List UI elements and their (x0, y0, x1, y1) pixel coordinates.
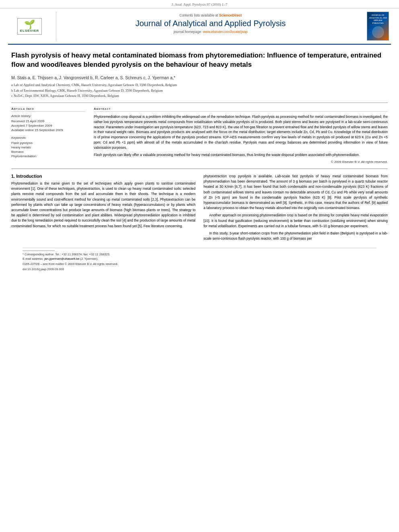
email-suffix: (J. Yperman). (80, 257, 99, 261)
journal-citation: J. Anal. Appl. Pyrolysis 87 (2010) 1–7 (8, 2, 391, 6)
corresponding-author-note: * Corresponding author. Tel.: +32 11 268… (23, 253, 376, 256)
cover-graphic (372, 26, 384, 38)
elsevier-logo-area: 🌱 ELSEVIER (8, 12, 56, 41)
article-body: Flash pyrolysis of heavy metal contamina… (0, 45, 399, 277)
article-history-label: Article history: (11, 114, 86, 118)
article-info-column: Article Info Article history: Received 1… (11, 107, 86, 164)
main-left-column: 1. Introduction Phytoremediation is the … (11, 174, 195, 244)
sciencedirect-line: Contents lists available at ScienceDirec… (61, 13, 360, 17)
sciencedirect-link[interactable]: ScienceDirect (219, 13, 242, 17)
top-banner: 🌱 ELSEVIER Contents lists available at S… (8, 8, 391, 45)
main-content-columns: 1. Introduction Phytoremediation is the … (11, 174, 388, 244)
journal-header: J. Anal. Appl. Pyrolysis 87 (2010) 1–7 (0, 0, 399, 8)
abstract-column: Abstract Phytoremediation crop disposal … (94, 107, 388, 164)
journal-cover-thumbnail: JOURNAL OFANALYTICAL ANDAPPLIED PYROLYSI… (365, 12, 391, 41)
article-info-abstract-columns: Article Info Article history: Received 1… (11, 107, 388, 164)
issn-text: 0165-2370/$ – see front matter © 2009 El… (23, 262, 118, 266)
sciencedirect-prefix: Contents lists available at (179, 13, 219, 17)
email-label: E-mail address: (23, 257, 44, 261)
section-1-paragraph-right-1: phytoextraction crop pyrolysis is availa… (204, 174, 388, 211)
accepted-date: Accepted 7 September 2009 (11, 124, 86, 127)
page-footer: * Corresponding author. Tel.: +32 11 268… (23, 248, 376, 271)
authors: M. Stals a, E. Thijssen a, J. Vangronsve… (11, 75, 388, 80)
doi-line: doi:10.1016/j.jaap.2009.09.003 (23, 267, 376, 271)
homepage-link[interactable]: www.elsevier.com/locate/jaap (203, 30, 247, 34)
affiliation-a: a Lab of Applied and Analytical Chemistr… (11, 82, 388, 88)
abstract-text: Phytoremediation crop disposal is a prob… (94, 114, 388, 158)
article-title: Flash pyrolysis of heavy metal contamina… (11, 51, 388, 70)
journal-homepage: journal homepage: www.elsevier.com/locat… (61, 30, 360, 34)
corresponding-author-text: * Corresponding author. Tel.: +32 11 268… (23, 253, 110, 256)
email-address[interactable]: jan.yperman@uhasselt.be (44, 257, 79, 261)
affiliation-b: b Lab of Environmental Biology, CMK, Has… (11, 88, 388, 93)
section-1-paragraph-right-2: Another approach on processing phytoreme… (204, 213, 388, 229)
section-1-left-text: Phytoremediation is the name given to th… (11, 181, 195, 229)
section-1-right-text: phytoextraction crop pyrolysis is availa… (204, 174, 388, 241)
doi-text: doi:10.1016/j.jaap.2009.09.003 (23, 267, 64, 271)
keyword-4: Phytoremediation (11, 154, 86, 158)
footnote-divider (23, 251, 55, 251)
copyright-line: © 2009 Elsevier B.V. All rights reserved… (94, 160, 388, 164)
keywords-label: Keywords: (11, 136, 86, 140)
issn-line: 0165-2370/$ – see front matter © 2009 El… (23, 262, 376, 266)
abstract-label: Abstract (94, 107, 388, 112)
abstract-paragraph-1: Phytoremediation crop disposal is a prob… (94, 114, 388, 150)
available-date: Available online 15 September 2009 (11, 128, 86, 132)
journal-title-area: Contents lists available at ScienceDirec… (61, 12, 360, 41)
article-info-label: Article Info (11, 107, 86, 112)
section-1-paragraph-right-3: In this study, 3-year short-rotation cro… (204, 231, 388, 241)
keyword-3: Biomass (11, 150, 86, 154)
cover-text: JOURNAL OFANALYTICAL ANDAPPLIED PYROLYSI… (368, 14, 387, 25)
elsevier-tree-icon: 🌱 (20, 20, 39, 29)
email-note: E-mail address: jan.yperman@uhasselt.be … (23, 257, 376, 261)
keyword-1: Flash pyrolysis (11, 141, 86, 145)
section-1-heading: 1. Introduction (11, 174, 195, 179)
abstract-paragraph-2: Flash pyrolysis can likely offer a valua… (94, 152, 388, 158)
keyword-2: Heavy metals (11, 146, 86, 149)
section-divider (11, 103, 388, 103)
bottom-divider (11, 168, 388, 169)
homepage-prefix: journal homepage: (174, 30, 203, 34)
affiliations: a Lab of Applied and Analytical Chemistr… (11, 82, 388, 99)
affiliation-c: c NuTeC, Dept. IIW, XIOS, Agoralaan Gebo… (11, 93, 388, 99)
page-wrapper: J. Anal. Appl. Pyrolysis 87 (2010) 1–7 🌱… (0, 0, 399, 532)
cover-box: JOURNAL OFANALYTICAL ANDAPPLIED PYROLYSI… (367, 12, 389, 41)
journal-name: Journal of Analytical and Applied Pyroly… (61, 19, 360, 28)
received-date: Received 15 April 2009 (11, 119, 86, 123)
section-1-paragraph-1: Phytoremediation is the name given to th… (11, 181, 195, 229)
elsevier-text: ELSEVIER (20, 29, 39, 33)
elsevier-logo-box: 🌱 ELSEVIER (17, 18, 42, 35)
main-right-column: phytoextraction crop pyrolysis is availa… (204, 174, 388, 244)
